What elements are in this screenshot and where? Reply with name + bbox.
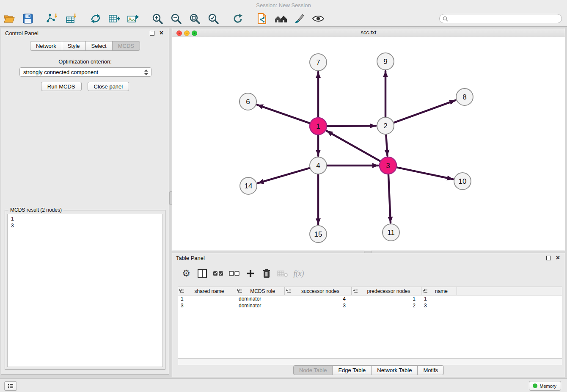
network-graph: 7968124314101511 bbox=[172, 37, 565, 251]
zoom-fit-icon[interactable] bbox=[187, 12, 202, 25]
result-line: 3 bbox=[11, 222, 162, 229]
control-panel: Control Panel × Network Style Select MCD… bbox=[1, 28, 169, 375]
cell-successor-nodes: 3 bbox=[285, 303, 352, 309]
deselect-all-icon[interactable] bbox=[229, 270, 240, 277]
graph-node-15[interactable]: 15 bbox=[310, 226, 327, 243]
mcds-result-box: MCDS result (2 nodes) 1 3 bbox=[5, 210, 165, 370]
graph-node-6[interactable]: 6 bbox=[239, 93, 256, 110]
graph-node-4[interactable]: 4 bbox=[310, 157, 327, 174]
table-scrollbar[interactable] bbox=[178, 359, 562, 365]
graph-node-1[interactable]: 1 bbox=[310, 118, 327, 135]
refresh-icon[interactable] bbox=[230, 12, 245, 25]
save-session-icon[interactable] bbox=[20, 12, 36, 25]
close-panel-icon[interactable]: × bbox=[160, 29, 163, 37]
svg-text:4: 4 bbox=[316, 162, 320, 170]
toolbar-separator bbox=[249, 19, 255, 19]
select-all-icon[interactable] bbox=[213, 270, 224, 277]
node-table-header: shared name MCDS role successor nodes pr… bbox=[178, 287, 562, 295]
cell-mcds-role: dominator bbox=[236, 303, 285, 309]
open-session-icon[interactable] bbox=[2, 12, 17, 25]
tab-motifs[interactable]: Motifs bbox=[417, 365, 444, 375]
column-type-icon bbox=[286, 289, 291, 293]
graph-node-9[interactable]: 9 bbox=[377, 53, 394, 70]
close-panel-button[interactable]: Close panel bbox=[88, 82, 129, 91]
paintbrush-icon[interactable] bbox=[292, 12, 307, 25]
criterion-select[interactable]: strongly connected component bbox=[19, 67, 151, 77]
tab-network-table[interactable]: Network Table bbox=[371, 365, 418, 375]
column-header-predecessor-nodes[interactable]: predecessor nodes bbox=[352, 287, 421, 295]
svg-text:8: 8 bbox=[462, 93, 466, 101]
search-icon bbox=[443, 16, 448, 23]
gear-icon[interactable]: ⚙ bbox=[181, 269, 192, 278]
graph-edge-2-3[interactable] bbox=[386, 132, 388, 156]
graph-edge-1-6[interactable] bbox=[257, 105, 313, 124]
run-mcds-button[interactable]: Run MCDS bbox=[41, 82, 82, 91]
graph-edge-2-8[interactable] bbox=[391, 100, 455, 124]
graph-edge-3-11[interactable] bbox=[388, 171, 391, 223]
tab-network[interactable]: Network bbox=[30, 41, 62, 51]
network-arrows-icon[interactable] bbox=[88, 12, 103, 25]
tab-node-table[interactable]: Node Table bbox=[293, 365, 333, 375]
add-row-icon[interactable] bbox=[245, 270, 256, 277]
tab-style[interactable]: Style bbox=[62, 41, 86, 51]
columns-icon[interactable] bbox=[197, 269, 208, 278]
export-table-icon[interactable] bbox=[107, 12, 122, 25]
float-panel-icon[interactable] bbox=[150, 31, 154, 36]
graph-node-11[interactable]: 11 bbox=[383, 224, 399, 241]
column-header-name[interactable]: name bbox=[421, 287, 457, 295]
combo-arrows-icon bbox=[144, 69, 148, 77]
table-row[interactable]: 1 dominator 4 1 1 bbox=[178, 295, 562, 302]
svg-text:7: 7 bbox=[316, 58, 320, 66]
graph-edge-3-10[interactable] bbox=[394, 167, 453, 179]
task-history-button[interactable] bbox=[4, 381, 17, 391]
svg-text:9: 9 bbox=[383, 58, 387, 66]
graph-node-8[interactable]: 8 bbox=[456, 88, 473, 105]
column-header-successor-nodes[interactable]: successor nodes bbox=[285, 287, 352, 295]
main-toolbar bbox=[0, 11, 567, 27]
zoom-selected-icon[interactable] bbox=[206, 12, 221, 25]
column-header-shared-name[interactable]: shared name bbox=[178, 287, 236, 295]
graph-edge-1-2[interactable] bbox=[324, 126, 376, 126]
graph-edge-3-1[interactable] bbox=[327, 131, 383, 163]
import-table-file-icon[interactable] bbox=[63, 12, 79, 25]
tab-select[interactable]: Select bbox=[85, 41, 113, 51]
network-canvas[interactable]: 7968124314101511 bbox=[172, 37, 565, 251]
table-toolbar: ⚙ f(x) bbox=[181, 264, 309, 283]
graph-node-3[interactable]: 3 bbox=[380, 157, 396, 174]
control-panel-title: Control Panel bbox=[5, 30, 39, 36]
graph-node-7[interactable]: 7 bbox=[310, 54, 327, 71]
tab-mcds[interactable]: MCDS bbox=[112, 41, 140, 51]
table-panel-header: Table Panel × bbox=[172, 253, 565, 262]
graph-node-10[interactable]: 10 bbox=[454, 173, 471, 190]
close-table-panel-icon[interactable]: × bbox=[556, 254, 560, 262]
list-icon bbox=[8, 384, 14, 389]
column-header-mcds-role[interactable]: MCDS role bbox=[236, 287, 285, 295]
tab-edge-table[interactable]: Edge Table bbox=[332, 365, 372, 375]
graph-node-2[interactable]: 2 bbox=[377, 117, 394, 134]
export-image-icon[interactable] bbox=[125, 12, 140, 25]
column-type-icon bbox=[179, 289, 184, 293]
column-type-icon bbox=[353, 289, 358, 293]
import-network-file-icon[interactable] bbox=[45, 12, 60, 25]
control-panel-header: Control Panel × bbox=[1, 28, 169, 38]
status-bar: Memory bbox=[0, 378, 567, 392]
cell-successor-nodes: 4 bbox=[285, 296, 352, 302]
search-field bbox=[439, 14, 562, 23]
float-table-panel-icon[interactable] bbox=[546, 256, 551, 260]
network-document-icon[interactable] bbox=[255, 12, 270, 25]
eye-icon[interactable] bbox=[311, 12, 326, 25]
table-row[interactable]: 3 dominator 3 2 3 bbox=[178, 302, 562, 309]
delete-row-icon[interactable] bbox=[261, 269, 272, 278]
zoom-out-icon[interactable] bbox=[168, 12, 184, 25]
function-builder-icon[interactable]: f(x) bbox=[293, 269, 304, 278]
vertical-splitter-handle[interactable] bbox=[169, 191, 172, 205]
zoom-in-icon[interactable] bbox=[150, 12, 165, 25]
memory-label: Memory bbox=[539, 384, 556, 389]
graph-node-14[interactable]: 14 bbox=[240, 177, 257, 194]
delete-table-icon[interactable] bbox=[277, 270, 288, 277]
home-icon[interactable] bbox=[273, 12, 289, 25]
graph-edge-4-14[interactable] bbox=[258, 167, 312, 183]
search-input[interactable] bbox=[439, 14, 562, 23]
memory-button[interactable]: Memory bbox=[529, 381, 561, 391]
network-window: × − + scc.txt 7968124314101511 bbox=[172, 28, 565, 251]
